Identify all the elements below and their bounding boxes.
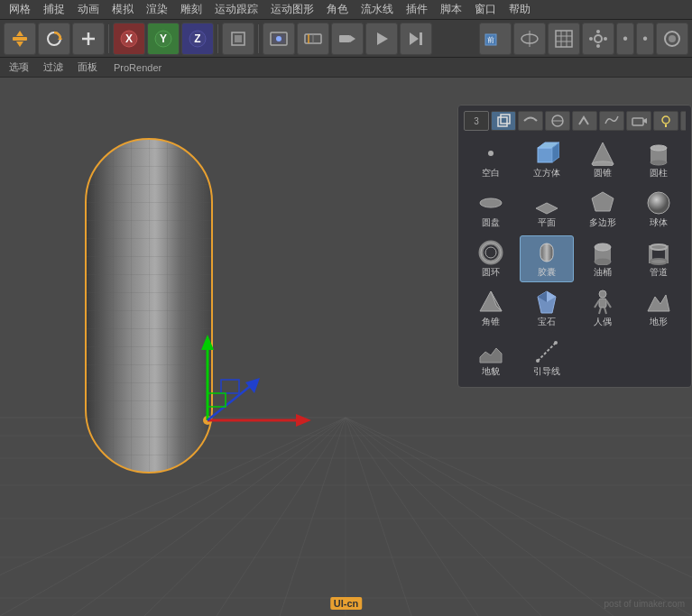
view-options-button[interactable] bbox=[513, 23, 546, 55]
svg-rect-30 bbox=[556, 31, 572, 47]
menu-window[interactable]: 窗口 bbox=[469, 0, 502, 19]
separator3 bbox=[258, 24, 259, 53]
prim-tab-number[interactable]: 3 bbox=[464, 111, 489, 131]
prorender-button[interactable]: ProRender bbox=[106, 60, 169, 75]
rotate-tool-button[interactable] bbox=[38, 23, 70, 55]
timeline-button[interactable] bbox=[297, 23, 329, 55]
add-tool-button[interactable] bbox=[72, 23, 105, 55]
record-button[interactable] bbox=[331, 23, 364, 55]
prim-tab-deform[interactable] bbox=[572, 111, 597, 131]
prim-cylinder[interactable]: 圆柱 bbox=[632, 136, 686, 183]
play-button[interactable] bbox=[365, 23, 398, 55]
capsule-label: 胶囊 bbox=[538, 267, 556, 278]
mode-options[interactable]: 选项 bbox=[4, 59, 34, 76]
prim-tab-other[interactable] bbox=[680, 111, 686, 131]
svg-marker-71 bbox=[296, 414, 311, 427]
prim-tab-env[interactable] bbox=[599, 111, 624, 131]
menu-help[interactable]: 帮助 bbox=[503, 0, 536, 19]
menu-pipeline[interactable]: 流水线 bbox=[355, 0, 399, 19]
menu-animation[interactable]: 动画 bbox=[72, 0, 105, 19]
svg-point-103 bbox=[481, 243, 501, 262]
prim-pyramid[interactable]: 角锥 bbox=[464, 285, 517, 332]
guide-label: 引导线 bbox=[533, 366, 560, 377]
menu-render[interactable]: 渲染 bbox=[141, 0, 173, 19]
separator2 bbox=[217, 24, 218, 53]
menu-simulate[interactable]: 模拟 bbox=[106, 0, 139, 19]
object-mode-button[interactable] bbox=[222, 23, 254, 55]
primitives-tabs: 3 bbox=[464, 111, 686, 131]
menu-motion-track[interactable]: 运动跟踪 bbox=[209, 0, 263, 19]
x-axis-button[interactable]: X bbox=[113, 23, 145, 55]
display-button[interactable] bbox=[656, 23, 688, 55]
prim-sphere[interactable]: 球体 bbox=[632, 186, 686, 233]
svg-marker-23 bbox=[377, 32, 388, 45]
svg-point-36 bbox=[596, 30, 600, 33]
render-settings-button[interactable] bbox=[582, 23, 614, 55]
menu-plugin[interactable]: 插件 bbox=[401, 0, 433, 19]
svg-rect-78 bbox=[501, 115, 510, 124]
menu-bar: 网格 捕捉 动画 模拟 渲染 雕刻 运动跟踪 运动图形 角色 流水线 插件 脚本… bbox=[0, 0, 692, 20]
menu-sculpt[interactable]: 雕刻 bbox=[175, 0, 208, 19]
svg-rect-0 bbox=[13, 37, 27, 41]
pyramid-label: 角锥 bbox=[482, 317, 500, 327]
prim-disc[interactable]: 圆盘 bbox=[464, 186, 517, 233]
prim-torus[interactable]: 圆环 bbox=[464, 235, 517, 282]
prim-landscape[interactable]: 地貌 bbox=[464, 335, 517, 382]
prim-tab-3d[interactable] bbox=[491, 111, 516, 131]
prim-tab-light[interactable] bbox=[653, 111, 678, 131]
svg-point-108 bbox=[595, 258, 611, 265]
svg-point-98 bbox=[480, 198, 502, 207]
terrain-icon bbox=[646, 290, 671, 315]
prim-cube[interactable]: 立方体 bbox=[520, 136, 573, 183]
prim-oil-tank[interactable]: 油桶 bbox=[577, 235, 630, 282]
landscape-icon bbox=[478, 339, 503, 364]
menu-motion-graph[interactable]: 运动图形 bbox=[265, 0, 319, 19]
mode-filter[interactable]: 过滤 bbox=[38, 59, 69, 76]
svg-rect-21 bbox=[339, 35, 350, 42]
cylinder-label: 圆柱 bbox=[650, 168, 668, 179]
primitives-grid: 空白 立方体 bbox=[464, 136, 686, 382]
prim-figure[interactable]: 人偶 bbox=[577, 285, 630, 332]
prim-plane[interactable]: 平面 bbox=[520, 186, 573, 233]
guide-icon bbox=[534, 339, 559, 364]
empty-label: 空白 bbox=[482, 168, 500, 179]
mode-panel[interactable]: 面板 bbox=[72, 59, 103, 76]
svg-point-83 bbox=[662, 116, 669, 124]
tube-icon bbox=[646, 240, 671, 265]
z-axis-button[interactable]: Z bbox=[181, 23, 214, 55]
empty-icon bbox=[478, 141, 503, 166]
cylinder-icon bbox=[646, 141, 671, 166]
svg-line-121 bbox=[599, 308, 601, 314]
grid-toggle-button[interactable] bbox=[548, 23, 580, 55]
prim-tab-spline[interactable] bbox=[518, 111, 543, 131]
logo-watermark: UI-cn bbox=[330, 598, 363, 609]
disc-icon bbox=[478, 190, 503, 216]
prim-cone[interactable]: 圆锥 bbox=[577, 136, 630, 183]
dot-button-2[interactable]: • bbox=[636, 23, 654, 55]
plane-label: 平面 bbox=[538, 217, 556, 228]
view-cube-button[interactable]: 前 bbox=[479, 23, 512, 55]
prim-terrain[interactable]: 地形 bbox=[632, 285, 686, 332]
prim-guide[interactable]: 引导线 bbox=[520, 335, 573, 382]
menu-character[interactable]: 角色 bbox=[321, 0, 354, 19]
svg-rect-90 bbox=[538, 148, 552, 162]
y-axis-button[interactable]: Y bbox=[147, 23, 180, 55]
svg-point-39 bbox=[604, 37, 607, 41]
prim-tab-camera[interactable] bbox=[626, 111, 651, 131]
cone-label: 圆锥 bbox=[594, 168, 612, 179]
prim-gem[interactable]: 宝石 bbox=[520, 285, 573, 332]
prim-tab-nurbs[interactable] bbox=[545, 111, 570, 131]
prim-capsule[interactable]: 胶囊 bbox=[520, 235, 573, 282]
landscape-label: 地貌 bbox=[482, 366, 500, 377]
menu-capture[interactable]: 捕捉 bbox=[38, 0, 70, 19]
prim-tube[interactable]: 管道 bbox=[632, 235, 686, 282]
move-tool-button[interactable] bbox=[4, 23, 36, 55]
render-preview-button[interactable] bbox=[263, 23, 295, 55]
oil-tank-icon bbox=[590, 240, 615, 265]
dot-button-1[interactable]: • bbox=[616, 23, 634, 55]
menu-grid[interactable]: 网格 bbox=[4, 0, 36, 19]
menu-script[interactable]: 脚本 bbox=[435, 0, 467, 19]
prim-polygon[interactable]: 多边形 bbox=[577, 186, 630, 233]
step-button[interactable] bbox=[400, 23, 432, 55]
prim-empty[interactable]: 空白 bbox=[464, 136, 517, 183]
